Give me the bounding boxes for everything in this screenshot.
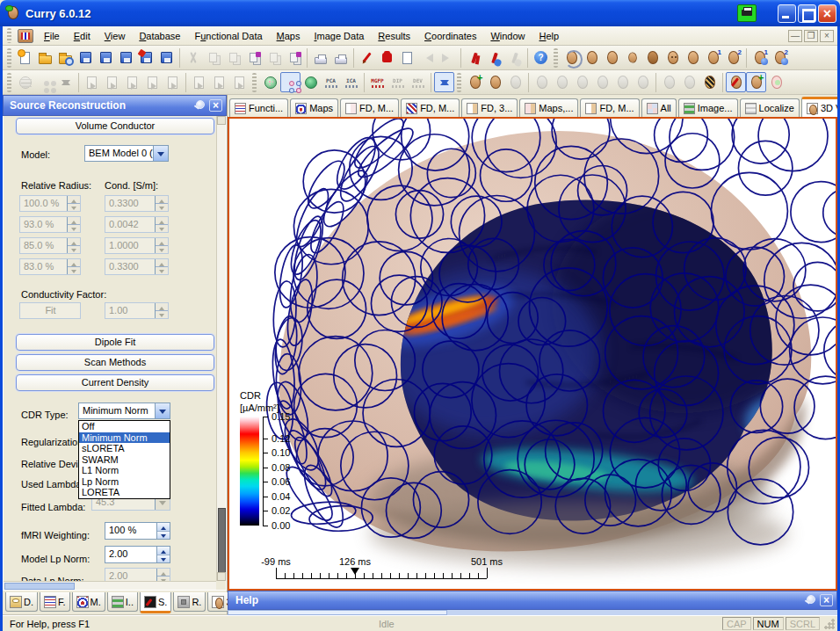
3d-view-canvas[interactable]: CDR [µA/mm²] 0.150.120.100.080.060.040.0… — [228, 117, 837, 591]
annotate-pen-button[interactable] — [357, 47, 377, 68]
printer-icon[interactable] — [737, 4, 757, 22]
menu-coordinates[interactable]: Coordinates — [417, 28, 483, 44]
pca-button[interactable]: PCA — [321, 72, 341, 92]
view-tab-fd-m-[interactable]: FD, M... — [401, 98, 460, 117]
view-tab-fd-m-[interactable]: FD, M... — [340, 98, 399, 117]
menu-image-data[interactable]: Image Data — [307, 28, 371, 44]
toolbar-grip[interactable] — [7, 73, 11, 92]
mdi-minimize-button[interactable]: — — [788, 30, 802, 42]
head-view-top-button[interactable] — [622, 47, 642, 68]
marker-red-button[interactable] — [464, 47, 484, 68]
print-preview-button[interactable] — [330, 47, 351, 68]
paste-special-button[interactable] — [284, 47, 304, 68]
save-results-button[interactable] — [136, 47, 156, 68]
menu-grip[interactable] — [7, 28, 11, 43]
save-functional-button[interactable] — [76, 47, 96, 68]
panel-close-icon[interactable]: × — [209, 99, 222, 112]
scroll-up-icon[interactable] — [217, 116, 226, 125]
toolbar-grip[interactable] — [457, 73, 461, 92]
document-tab-db[interactable]: D. — [5, 592, 38, 612]
expand-updown-button[interactable] — [434, 72, 454, 92]
stop-hand-button[interactable] — [377, 47, 397, 68]
view-tab-3d-view[interactable]: 3D View — [801, 97, 837, 117]
menu-results[interactable]: Results — [371, 28, 417, 44]
document-tab-chip[interactable]: R. — [173, 592, 206, 612]
pin-icon[interactable] — [803, 594, 817, 606]
sensor-mesh-button[interactable] — [301, 72, 321, 92]
resize-grip[interactable] — [823, 618, 836, 630]
scan-methods-button[interactable]: Scan Methods — [16, 354, 214, 371]
close-button[interactable] — [818, 4, 836, 23]
model-lp-norm-spinner[interactable]: 2.00 — [105, 546, 170, 563]
head-view-face-button[interactable] — [663, 47, 683, 68]
timeline-ruler[interactable] — [276, 568, 487, 579]
marker-blue-button[interactable] — [484, 47, 504, 68]
head-view-shaded-button[interactable] — [642, 47, 663, 68]
copy-special-button[interactable] — [243, 47, 264, 68]
chevron-down-icon[interactable] — [155, 403, 170, 418]
new-file-button[interactable] — [15, 47, 35, 68]
toolbar-grip[interactable] — [554, 48, 558, 68]
view-tab-fd-m-[interactable]: FD, M... — [580, 98, 639, 117]
view-tab-image-[interactable]: Image... — [678, 98, 738, 117]
menu-functional-data[interactable]: Functional Data — [187, 28, 269, 44]
head-outline-button[interactable] — [485, 72, 505, 92]
head-view-back-button[interactable] — [602, 47, 622, 68]
save-all-button[interactable] — [156, 47, 177, 68]
minimize-button[interactable] — [778, 4, 796, 23]
view-tab-maps[interactable]: Maps — [290, 98, 338, 117]
pin-icon[interactable] — [192, 99, 206, 112]
dropdown-option-l1-norm[interactable]: L1 Norm — [79, 465, 170, 476]
dropdown-option-swarm[interactable]: SWARM — [79, 454, 170, 466]
head-add-points-button[interactable] — [746, 72, 766, 92]
volume-conductor-button[interactable]: Volume Conductor — [16, 118, 214, 134]
panel-vertical-scrollbar[interactable] — [216, 116, 226, 581]
cdr-type-combobox[interactable]: Minimum Norm — [78, 403, 170, 419]
document-tab-source[interactable]: S. — [140, 592, 171, 613]
chevron-down-icon[interactable] — [153, 146, 168, 161]
report-document-button[interactable] — [397, 47, 417, 68]
panel-horizontal-scrollbar[interactable] — [4, 581, 216, 590]
scrollbar-thumb[interactable] — [228, 610, 447, 615]
help-button[interactable] — [531, 47, 551, 68]
mdi-close-button[interactable]: × — [820, 30, 834, 42]
menu-edit[interactable]: Edit — [67, 28, 98, 44]
rotate-view-button[interactable] — [561, 47, 582, 68]
menu-view[interactable]: View — [98, 28, 133, 44]
head-sensors-2-button[interactable]: 2 — [770, 47, 790, 68]
toolbar-grip[interactable] — [7, 48, 11, 68]
dropdown-option-off[interactable]: Off — [79, 421, 170, 432]
sensor-groups-button[interactable] — [280, 72, 301, 92]
document-tab-wave[interactable]: F. — [40, 592, 70, 612]
view-tab-all[interactable]: All — [641, 98, 677, 117]
help-scrollbar[interactable] — [228, 610, 837, 615]
fmri-weighting-spinner[interactable]: 100 % — [105, 522, 170, 540]
maximize-button[interactable] — [798, 4, 816, 23]
head-view-side-button[interactable] — [683, 47, 703, 68]
menu-help[interactable]: Help — [532, 28, 567, 44]
toolbar-grip[interactable] — [252, 73, 257, 92]
sensor-sphere-button[interactable] — [260, 72, 280, 92]
head-checker-button[interactable] — [699, 72, 720, 92]
document-tab-image[interactable]: I.. — [107, 592, 138, 612]
dropdown-option-minimum-norm[interactable]: Minimum Norm — [79, 432, 170, 444]
view-tab-maps-[interactable]: Maps,... — [519, 98, 578, 117]
dropdown-option-loreta[interactable]: LORETA — [79, 487, 170, 498]
head-view-front-button[interactable] — [582, 47, 602, 68]
head-view-2-button[interactable]: 2 — [723, 47, 743, 68]
view-tab-functi-[interactable]: Functi... — [229, 98, 288, 117]
save-maps-button[interactable] — [96, 47, 116, 68]
save-image-button[interactable] — [116, 47, 136, 68]
document-tab-maps[interactable]: M. — [72, 592, 105, 612]
menu-maps[interactable]: Maps — [270, 28, 308, 44]
current-density-button[interactable]: Current Density — [16, 374, 214, 391]
view-tab-localize[interactable]: Localize — [740, 98, 800, 117]
menu-window[interactable]: Window — [483, 28, 532, 44]
view-tab-fd-3-[interactable]: FD, 3... — [461, 98, 518, 117]
head-edit-pen-button[interactable] — [726, 72, 746, 92]
head-pink-button[interactable] — [766, 72, 786, 92]
mdi-restore-button[interactable]: ❐ — [804, 30, 818, 42]
ica-button[interactable]: ICA — [341, 72, 361, 92]
dropdown-option-sloreta[interactable]: sLORETA — [79, 443, 170, 454]
print-button[interactable] — [310, 47, 330, 68]
